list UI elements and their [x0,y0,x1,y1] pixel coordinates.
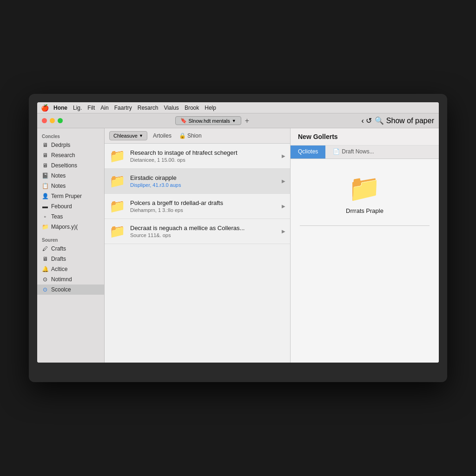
list-item-0[interactable]: 📁 Research to instage of htrafect schege… [105,144,290,169]
chevron-2: ▶ [282,204,285,209]
notes2-icon: 📋 [42,183,48,189]
tab-shion[interactable]: 🔒 Shion [177,132,204,140]
search-icon: 🔍 [375,117,384,125]
folder-icon-3: 📁 [109,224,126,239]
chevron-3: ▶ [282,229,285,234]
crafts-icon: 🖊 [42,245,48,252]
sidebar-item-deseltions[interactable]: 🖥 Deseltions [37,160,104,171]
sidebar-item-mapors[interactable]: 📁 Mápors.y)( [37,222,104,232]
sidebar-item-acltice[interactable]: 🔔 Acltice [37,264,104,274]
sidebar-label-teas: Teas [51,213,63,220]
list-item-2[interactable]: 📁 Polcers a brgeff to rdellad-ar drafts … [105,194,290,219]
list-toolbar: Chleasuve ▼ Artoiles 🔒 Shion [105,128,290,144]
draft-tab-label: Draft Nows... [342,148,374,155]
window-chrome: 🔖 Slnow.hdt mentals ▼ + ‹ ↺ 🔍 Show of pa… [37,113,439,128]
sidebar-item-febourd[interactable]: ▬ Febourd [37,201,104,212]
menu-ain[interactable]: Ain [100,105,108,111]
sidebar-label-mapors: Mápors.y)( [51,224,78,230]
item-title-0: Research to instage of htrafect schegert [130,149,277,156]
detail-tab-qcliotes[interactable]: Qcliotes [291,145,325,159]
minimize-button[interactable] [50,118,55,123]
list-items: 📁 Research to instage of htrafect schege… [105,144,290,363]
detail-panel: New Gollerts Qcliotes 📄 Draft Nows... 📁 … [291,128,439,363]
item-title-2: Polcers a brgeff to rdellad-ar drafts [130,199,277,206]
sidebar-item-term[interactable]: 👤 Term Pruper [37,191,104,201]
sidebar-item-notimnd[interactable]: ⊙ Notimnd [37,274,104,284]
item-details-2: Polcers a brgeff to rdellad-ar drafts Di… [130,199,277,213]
sidebar-label-deseltions: Deseltions [51,162,77,169]
sidebar-section-souren: Souren [37,236,104,244]
nav-buttons: ‹ ↺ [362,116,372,125]
menu-lig[interactable]: Lig. [73,105,82,111]
screen: 🍎 Hone Lig. Filt Ain Faartry Resarch Via… [37,102,439,363]
sidebar-label-acltice: Acltice [51,266,67,272]
list-item-3[interactable]: 📁 Decraat is neguach a mellice as Coller… [105,219,290,244]
research-icon: 🖥 [42,152,48,159]
sidebar-item-teas[interactable]: ▫ Teas [37,212,104,222]
notimnd-icon: ⊙ [42,276,48,283]
detail-tab-draftnows[interactable]: 📄 Draft Nows... [325,145,381,159]
folder-icon-1: 📁 [109,173,126,189]
chevron-1: ▶ [282,178,285,184]
acltice-icon: 🔔 [42,266,48,272]
sidebar-label-notimnd: Notimnd [51,276,72,283]
menu-bar: 🍎 Hone Lig. Filt Ain Faartry Resarch Via… [37,102,439,113]
menu-filt[interactable]: Filt [87,105,95,111]
dropdown-icon[interactable]: ▼ [232,119,236,123]
search-bar[interactable]: 🔍 Show of paper [375,116,434,125]
sidebar-item-research[interactable]: 🖥 Research [37,150,104,160]
detail-folder-icon: 📁 [348,173,381,204]
tab-title: Slnow.hdt mentals [189,118,230,124]
sidebar-label-notes2: Notes [51,183,66,189]
draft-tab-icon: 📄 [333,148,340,155]
filter-button[interactable]: Chleasuve ▼ [109,131,147,140]
sidebar-section-concles: Concles [37,132,104,140]
sidebar-item-notes2[interactable]: 📋 Notes [37,181,104,191]
item-details-1: Eirstadic oirapple Displiper, 41.r3.0 au… [130,174,277,188]
sidebar-label-drafts: Drafts [51,256,66,262]
add-tab-button[interactable]: + [245,117,249,125]
close-button[interactable] [42,118,47,123]
scoolce-icon: ⊙ [42,286,48,293]
nav-back-button[interactable]: ‹ [362,117,364,125]
sidebar-item-scoolce[interactable]: ⊙ Scoolce [37,284,104,295]
mapors-icon: 📁 [42,224,48,230]
detail-header: New Gollerts [291,128,439,145]
user-icon: 👤 [42,193,48,199]
menu-hone[interactable]: Hone [53,105,67,111]
menu-help[interactable]: Help [205,105,216,111]
menu-vialus[interactable]: Vialus [164,105,178,111]
list-panel: Chleasuve ▼ Artoiles 🔒 Shion 📁 [105,128,291,363]
tab-artoiles[interactable]: Artoiles [151,132,173,140]
detail-divider [300,225,430,226]
apple-menu-icon[interactable]: 🍎 [41,104,49,112]
sidebar-item-notes1[interactable]: 📓 Notes [37,171,104,181]
item-subtitle-3: Source 111&. ops [130,232,277,238]
detail-content: 📁 Drrrats Praple [291,159,439,363]
menu-faartry[interactable]: Faartry [114,105,132,111]
maximize-button[interactable] [58,118,63,123]
nav-reload-button[interactable]: ↺ [366,117,372,125]
menu-brook[interactable]: Brook [185,105,199,111]
detail-tabs: Qcliotes 📄 Draft Nows... [291,145,439,159]
desktop-icon: 🖥 [42,142,48,148]
sidebar-label-febourd: Febourd [51,203,72,210]
item-details-3: Decraat is neguach a mellice as Colleras… [130,225,277,238]
sidebar-item-crafts[interactable]: 🖊 Crafts [37,244,104,254]
tab-active[interactable]: 🔖 Slnow.hdt mentals ▼ [175,116,241,125]
laptop-wrapper: 🍎 Hone Lig. Filt Ain Faartry Resarch Via… [29,94,447,382]
item-subtitle-0: Dietanicee, 1 15.00. ops [130,157,277,163]
deseltions-icon: 🖥 [42,162,48,169]
main-layout: Concles 🖥 Dedrpls 🖥 Research 🖥 Deseltion… [37,128,439,363]
chevron-0: ▶ [282,153,285,159]
sidebar-label-dedrpls: Dedrpls [51,142,70,148]
list-item-1[interactable]: 📁 Eirstadic oirapple Displiper, 41.r3.0 … [105,169,290,194]
sidebar-item-dedrpls[interactable]: 🖥 Dedrpls [37,140,104,150]
menu-resarch[interactable]: Resarch [138,105,159,111]
sidebar-item-drafts[interactable]: 🖥 Drafts [37,254,104,264]
sidebar-label-crafts: Crafts [51,245,66,252]
item-details-0: Research to instage of htrafect schegert… [130,149,277,163]
sidebar-label-term: Term Pruper [51,193,82,199]
teas-icon: ▫ [42,213,48,220]
item-title-3: Decraat is neguach a mellice as Colleras… [130,225,277,231]
